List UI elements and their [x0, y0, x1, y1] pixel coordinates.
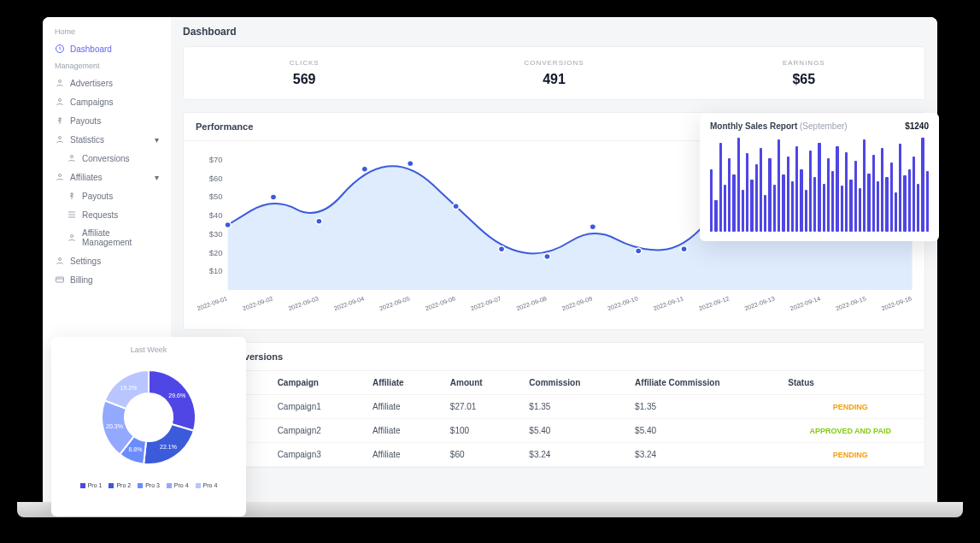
sidebar-item-payouts[interactable]: Payouts [43, 111, 171, 130]
table-cell: Campaign3 [266, 443, 361, 467]
table-cell: $1.35 [623, 395, 776, 419]
svg-text:$60: $60 [209, 174, 223, 183]
monthly-sales-bars [710, 138, 929, 232]
svg-text:$10: $10 [209, 267, 223, 275]
table-cell: $3.24 [517, 443, 623, 467]
stat-value: $65 [684, 72, 924, 87]
sales-bar [823, 184, 825, 232]
svg-text:$20: $20 [209, 249, 223, 257]
table-row[interactable]: 60908Campaign3Affiliate$60$3.24$3.24PEND… [184, 443, 924, 467]
sales-bar [746, 153, 748, 232]
svg-point-3 [59, 137, 62, 139]
monthly-sales-title: Monthly Sales Report [710, 121, 797, 131]
sidebar-item-settings[interactable]: Settings [43, 251, 171, 270]
user-icon [55, 172, 65, 182]
list-icon [67, 210, 77, 220]
stat-label: EARNINGS [684, 59, 924, 67]
sidebar-item-advertisers[interactable]: Advertisers [43, 74, 171, 92]
conversions-panel: Latest Conversions Order IDCampaignAffil… [183, 342, 925, 468]
chevron-down-icon: ▾ [155, 173, 159, 182]
donut-chart: 29.6%22.1%8.8%20.3%19.2% [60, 357, 238, 477]
svg-text:2022-09-04: 2022-09-04 [333, 295, 366, 312]
sidebar-item-label: Campaigns [70, 97, 114, 107]
monthly-sales-month: (September) [800, 121, 848, 131]
sales-bar [782, 174, 784, 232]
stat-value: 569 [184, 72, 425, 87]
sidebar-item-aff-mgmt[interactable]: Affiliate Management [43, 224, 171, 251]
svg-text:19.2%: 19.2% [120, 385, 138, 391]
svg-point-2 [59, 99, 62, 102]
sidebar-item-label: Conversions [82, 154, 130, 163]
status-badge: PENDING [833, 451, 868, 459]
legend-label: Pro 4 [203, 482, 218, 488]
legend-swatch [109, 483, 114, 488]
sales-bar [737, 138, 740, 232]
svg-text:2022-09-15: 2022-09-15 [835, 295, 867, 312]
sidebar-item-label: Advertisers [70, 79, 113, 88]
legend-item: Pro 4 [167, 482, 189, 488]
table-cell: $5.40 [517, 419, 623, 443]
sales-bar [805, 190, 807, 232]
svg-point-20 [408, 161, 414, 167]
svg-point-26 [681, 246, 687, 252]
user-icon [55, 97, 65, 107]
sales-bar [760, 148, 762, 232]
sidebar-item-conversions[interactable]: Conversions [43, 149, 171, 168]
table-cell: $1.35 [517, 395, 623, 419]
legend-swatch [167, 483, 172, 488]
table-header: Amount [438, 371, 517, 395]
sales-bar [921, 138, 924, 232]
sales-bar [719, 143, 722, 232]
sidebar-item-aff-payouts[interactable]: Payouts [43, 186, 171, 205]
table-row[interactable]: 314567Campaign1Affiliate$27.01$1.35$1.35… [184, 395, 924, 419]
sidebar-item-label: Statistics [70, 135, 104, 145]
sales-bar [926, 171, 929, 232]
svg-text:8.8%: 8.8% [128, 446, 142, 452]
table-row[interactable]: 167812Campaign2Affiliate$100$5.40$5.40AP… [184, 419, 924, 443]
svg-text:2022-09-01: 2022-09-01 [197, 295, 229, 312]
main-content: Dashboard CLICKS 569 CONVERSIONS 491 EAR… [171, 17, 937, 505]
svg-text:20.3%: 20.3% [106, 423, 123, 429]
user-icon [67, 153, 77, 163]
svg-text:2022-09-10: 2022-09-10 [607, 295, 639, 312]
table-cell: $5.40 [623, 419, 776, 443]
sidebar-item-dashboard[interactable]: Dashboard [43, 39, 171, 58]
sales-bar [732, 174, 735, 232]
sidebar-item-label: Payouts [82, 192, 113, 201]
last-week-card: Last Week 29.6%22.1%8.8%20.3%19.2% Pro 1… [51, 337, 246, 516]
legend-item: Pro 3 [138, 482, 160, 488]
sales-bar [795, 146, 798, 232]
sales-bar [863, 139, 866, 232]
svg-text:2022-09-09: 2022-09-09 [561, 295, 594, 312]
sidebar-item-label: Settings [70, 257, 101, 266]
sidebar-item-label: Requests [82, 210, 118, 220]
dollar-icon [67, 191, 77, 201]
sales-bar [917, 184, 919, 232]
sidebar-item-statistics[interactable]: Statistics ▾ [43, 130, 171, 149]
legend-item: Pro 1 [80, 482, 103, 488]
user-icon [67, 233, 77, 243]
stat-conversions: CONVERSIONS 491 [433, 47, 674, 99]
stat-label: CONVERSIONS [433, 59, 674, 67]
svg-text:2022-09-16: 2022-09-16 [881, 295, 913, 312]
table-cell: $3.24 [623, 443, 776, 467]
sidebar-item-label: Affiliates [70, 173, 103, 182]
user-icon [55, 134, 65, 145]
sidebar-item-campaigns[interactable]: Campaigns [43, 92, 171, 111]
sales-bar [714, 200, 717, 232]
svg-text:22.1%: 22.1% [160, 444, 177, 450]
sidebar-item-billing[interactable]: Billing [43, 270, 171, 289]
svg-text:$70: $70 [209, 156, 223, 164]
dollar-icon [55, 115, 65, 126]
status-badge: PENDING [833, 403, 868, 411]
table-cell: Campaign2 [266, 419, 361, 443]
sidebar-item-affiliates[interactable]: Affiliates ▾ [43, 168, 171, 186]
status-badge: APPROVED AND PAID [809, 427, 891, 435]
sidebar-item-requests[interactable]: Requests [43, 205, 171, 224]
svg-text:2022-09-14: 2022-09-14 [789, 295, 822, 312]
page-title: Dashboard [183, 26, 925, 38]
table-cell: $100 [438, 419, 517, 443]
sidebar-item-label: Affiliate Management [82, 228, 159, 247]
svg-text:$30: $30 [209, 230, 223, 239]
svg-point-16 [225, 222, 231, 228]
